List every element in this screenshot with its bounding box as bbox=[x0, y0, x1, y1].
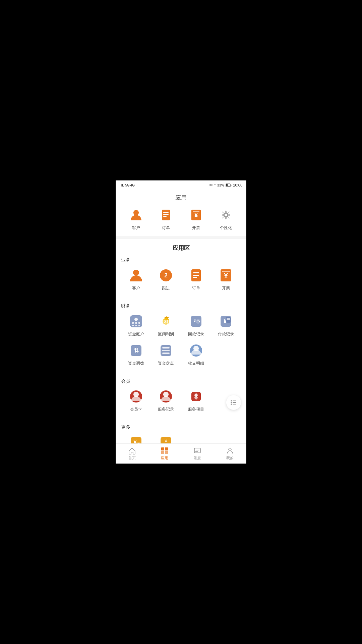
biz-item-followup[interactable]: 2 跟进 bbox=[151, 267, 181, 291]
svg-rect-46 bbox=[162, 350, 170, 351]
svg-rect-72 bbox=[165, 451, 168, 454]
svg-point-12 bbox=[133, 270, 139, 276]
label-fin-payment: 付款记录 bbox=[218, 331, 234, 337]
order-icon-top bbox=[159, 208, 173, 222]
nav-profile[interactable]: 我的 bbox=[214, 447, 247, 461]
category-title-more: 更多 bbox=[121, 424, 241, 430]
svg-text:¥: ¥ bbox=[133, 440, 136, 443]
home-nav-icon bbox=[128, 447, 136, 455]
label-fin-cashflow: 收支明细 bbox=[188, 361, 204, 366]
svg-rect-16 bbox=[193, 272, 199, 273]
category-title-member: 会员 bbox=[121, 378, 241, 384]
bottom-nav: 首页 应用 消息 我的 bbox=[116, 443, 246, 464]
nav-profile-label: 我的 bbox=[226, 455, 234, 461]
label-order-top: 订单 bbox=[162, 225, 170, 231]
category-more: 更多 ¥ bbox=[116, 424, 246, 443]
nav-home-label: 首页 bbox=[128, 455, 136, 461]
label-invoice-top: 开票 bbox=[192, 225, 200, 231]
svg-text:⇅: ⇅ bbox=[133, 347, 138, 354]
more-item-1[interactable]: ¥ bbox=[121, 434, 151, 443]
nav-home[interactable]: 首页 bbox=[116, 447, 148, 461]
business-icon-row: 客户 2 跟进 bbox=[121, 267, 241, 297]
label-fin-fund-account: 资金账户 bbox=[128, 331, 144, 337]
fin-item-payment[interactable]: ¥ 付款记录 bbox=[211, 313, 241, 337]
fin-item-profit[interactable]: 利 区间利润 bbox=[151, 313, 181, 337]
svg-text:2: 2 bbox=[164, 272, 168, 279]
mem-item-service-item[interactable]: 服务项目 bbox=[181, 388, 211, 412]
fin-item-fund-account[interactable]: 资金账户 bbox=[121, 313, 151, 337]
biz-item-invoice[interactable]: ¥ 开票 bbox=[211, 267, 241, 291]
biz-item-customer[interactable]: 客户 bbox=[121, 267, 151, 291]
svg-rect-70 bbox=[165, 447, 168, 450]
svg-point-63 bbox=[231, 400, 232, 401]
svg-text:利: 利 bbox=[164, 319, 168, 324]
label-fin-profit: 区间利润 bbox=[158, 331, 174, 337]
label-settings-top: 个性化 bbox=[220, 225, 232, 231]
time-text: 20:08 bbox=[233, 183, 242, 187]
label-mem-service-item: 服务项目 bbox=[188, 407, 204, 412]
top-icon-grid: 客户 订单 bbox=[116, 207, 246, 231]
divider bbox=[116, 236, 246, 239]
member-icon-row: 会员卡 服务记录 bbox=[121, 388, 241, 418]
svg-rect-18 bbox=[193, 277, 197, 278]
more-item-2[interactable]: ¥ bbox=[151, 434, 181, 443]
svg-rect-66 bbox=[233, 402, 236, 403]
fin-item-inventory[interactable]: 资金盘点 bbox=[151, 342, 181, 366]
svg-rect-25 bbox=[135, 322, 137, 324]
svg-rect-1 bbox=[226, 184, 228, 186]
category-title-finance: 财务 bbox=[121, 303, 241, 309]
label-fin-inventory: 资金盘点 bbox=[158, 361, 174, 366]
zone-title: 应用区 bbox=[116, 244, 246, 252]
float-menu-button[interactable] bbox=[226, 395, 241, 410]
customer-icon-top bbox=[129, 208, 143, 222]
top-item-invoice[interactable]: ¥ 开票 bbox=[186, 207, 206, 231]
label-fin-refund: 回款记录 bbox=[188, 331, 204, 337]
top-item-order[interactable]: 订单 bbox=[156, 207, 176, 231]
category-business: 业务 客户 bbox=[116, 257, 246, 297]
label-mem-card: 会员卡 bbox=[130, 407, 142, 412]
svg-text:¥: ¥ bbox=[165, 438, 168, 443]
fin-item-cashflow[interactable]: 收支明细 bbox=[181, 342, 211, 366]
svg-rect-24 bbox=[132, 322, 134, 324]
svg-rect-27 bbox=[132, 325, 134, 326]
fin-item-refund[interactable]: ¥ 回款记录 bbox=[181, 313, 211, 337]
top-section: 应用 客户 bbox=[116, 190, 246, 236]
svg-point-67 bbox=[231, 404, 232, 405]
battery-icon bbox=[226, 183, 232, 187]
more-icon-row: ¥ ¥ bbox=[121, 434, 241, 443]
svg-rect-6 bbox=[163, 214, 169, 215]
svg-rect-26 bbox=[138, 322, 140, 324]
mem-item-card[interactable]: 会员卡 bbox=[121, 388, 151, 412]
svg-rect-21 bbox=[222, 271, 230, 272]
svg-rect-28 bbox=[135, 325, 137, 326]
label-customer-top: 客户 bbox=[132, 225, 140, 231]
svg-point-3 bbox=[133, 210, 139, 215]
svg-point-11 bbox=[225, 214, 227, 216]
label-biz-followup: 跟进 bbox=[162, 285, 170, 291]
label-biz-customer: 客户 bbox=[132, 285, 140, 291]
fin-item-transfer[interactable]: ⇅ 资金调拨 bbox=[121, 342, 151, 366]
svg-rect-64 bbox=[233, 400, 236, 401]
svg-text:¥: ¥ bbox=[224, 271, 228, 280]
svg-rect-10 bbox=[193, 211, 199, 212]
svg-rect-75 bbox=[196, 451, 198, 452]
top-item-settings[interactable]: 个性化 bbox=[216, 207, 236, 231]
nav-message[interactable]: 消息 bbox=[181, 447, 214, 461]
top-title: 应用 bbox=[116, 194, 246, 202]
nav-message-label: 消息 bbox=[194, 455, 201, 461]
nav-apps[interactable]: 应用 bbox=[148, 447, 181, 461]
profile-nav-icon bbox=[226, 447, 234, 455]
app-zone: 应用区 业务 客户 bbox=[116, 239, 246, 443]
settings-icon-top bbox=[219, 208, 233, 222]
svg-point-76 bbox=[229, 448, 231, 451]
status-right: 👁* 33% 20:08 bbox=[209, 183, 242, 187]
svg-rect-68 bbox=[233, 404, 236, 405]
top-item-customer[interactable]: 客户 bbox=[126, 207, 146, 231]
svg-rect-29 bbox=[138, 325, 140, 326]
mem-item-service-record[interactable]: 服务记录 bbox=[151, 388, 181, 412]
svg-rect-47 bbox=[162, 353, 170, 354]
svg-rect-45 bbox=[162, 347, 170, 348]
category-title-business: 业务 bbox=[121, 257, 241, 263]
biz-item-order[interactable]: 订单 bbox=[181, 267, 211, 291]
label-biz-order: 订单 bbox=[192, 285, 200, 291]
